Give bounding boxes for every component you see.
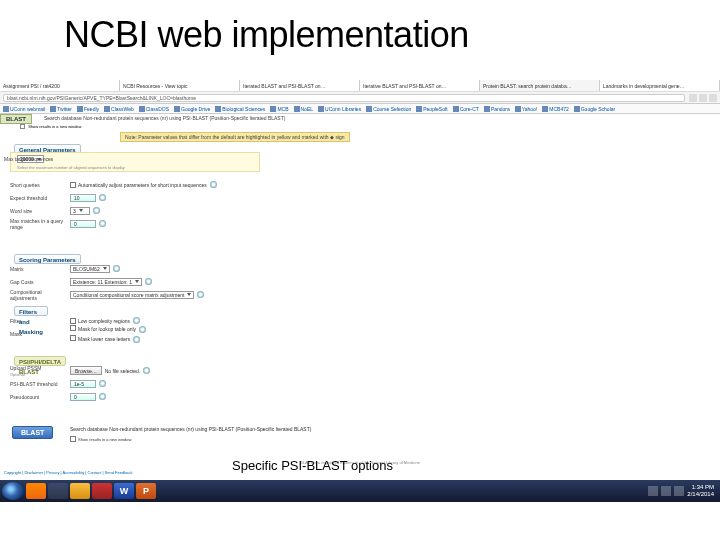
bookmark-item[interactable]: Google Drive xyxy=(174,106,210,112)
bookmark-item[interactable]: Course Selection xyxy=(366,106,411,112)
taskbar-word-icon[interactable]: W xyxy=(114,483,134,499)
bookmark-label: ClassDOS xyxy=(146,106,169,112)
tray-network-icon[interactable] xyxy=(661,486,671,496)
browser-tab[interactable]: Iterated BLAST and PSI-BLAST on… xyxy=(240,80,360,91)
menu-icon[interactable] xyxy=(709,94,717,102)
pseudocount-input[interactable]: 0 xyxy=(70,393,96,401)
url-bar: blast.ncbi.nlm.nih.gov/PSIGeneric/APVE_T… xyxy=(0,92,720,104)
help-icon[interactable]: ? xyxy=(99,220,106,227)
matrix-select[interactable]: BLOSUM62 xyxy=(70,265,110,273)
bookmark-icon[interactable] xyxy=(699,94,707,102)
bookmark-item[interactable]: MCB xyxy=(270,106,288,112)
taskbar-outlook-icon[interactable] xyxy=(70,483,90,499)
tray-flag-icon[interactable] xyxy=(648,486,658,496)
bookmark-label: Biological Sciences xyxy=(222,106,265,112)
browser-tab[interactable]: Iterative BLAST and PSI-BLAST on… xyxy=(360,80,480,91)
help-icon[interactable]: ? xyxy=(99,393,106,400)
help-icon[interactable]: ? xyxy=(139,326,146,333)
bookmark-item[interactable]: PeopleSoft xyxy=(416,106,447,112)
bookmark-item[interactable]: Pandora xyxy=(484,106,510,112)
show-new-checkbox[interactable] xyxy=(20,124,25,129)
bookmark-label: Google Scholar xyxy=(581,106,615,112)
help-icon[interactable]: ? xyxy=(99,194,106,201)
short-queries-checkbox[interactable] xyxy=(70,182,76,188)
bookmark-icon xyxy=(453,106,459,112)
taskbar-firefox-icon[interactable] xyxy=(26,483,46,499)
bookmark-icon xyxy=(318,106,324,112)
gap-select[interactable]: Existence: 11 Extension: 1 xyxy=(70,278,142,286)
taskbar-explorer-icon[interactable] xyxy=(48,483,68,499)
comp-select[interactable]: Conditional compositional score matrix a… xyxy=(70,291,194,299)
expect-input[interactable]: 10 xyxy=(70,194,96,202)
browser-tab[interactable]: NCBI Resources - View topic xyxy=(120,80,240,91)
upload-pssm-label: Upload PSSM Optional xyxy=(10,365,70,377)
tab-label: Protein BLAST: search protein databa… xyxy=(483,83,596,89)
mask-lookup-checkbox[interactable] xyxy=(70,325,76,331)
help-icon[interactable]: ? xyxy=(133,317,140,324)
browser-tab-active[interactable]: Protein BLAST: search protein databa… xyxy=(480,80,600,91)
upload-pssm-optional: Optional xyxy=(10,372,25,377)
psi-threshold-input[interactable]: 1e-5 xyxy=(70,380,96,388)
help-icon[interactable]: ? xyxy=(210,181,217,188)
run-show-new-checkbox[interactable] xyxy=(70,436,76,442)
low-complexity-checkbox[interactable] xyxy=(70,318,76,324)
bookmark-icon xyxy=(50,106,56,112)
bookmark-item[interactable]: ClassWeb xyxy=(104,106,134,112)
tab-label: Iterative BLAST and PSI-BLAST on… xyxy=(363,83,476,89)
bookmark-label: Yahoo! xyxy=(522,106,537,112)
blast-description: Search database Non-redundant protein se… xyxy=(44,115,285,121)
bookmark-label: Pandora xyxy=(491,106,510,112)
bookmark-item[interactable]: UConn Libraries xyxy=(318,106,361,112)
mask-lower-text: Mask lower case letters xyxy=(78,336,130,342)
bookmark-item[interactable]: Biological Sciences xyxy=(215,106,265,112)
taskbar-reader-icon[interactable] xyxy=(92,483,112,499)
system-tray: 1:34 PM 2/14/2014 xyxy=(648,480,718,502)
help-icon[interactable]: ? xyxy=(197,291,204,298)
tray-volume-icon[interactable] xyxy=(674,486,684,496)
browser-tab[interactable]: Landmarks in developmental gene… xyxy=(600,80,720,91)
bookmark-item[interactable]: Feedly xyxy=(77,106,99,112)
matrix-label: Matrix xyxy=(10,266,70,272)
help-icon[interactable]: ? xyxy=(133,336,140,343)
expect-label: Expect threshold xyxy=(10,195,70,201)
bookmark-item[interactable]: NoEL xyxy=(294,106,314,112)
mask-lower-checkbox[interactable] xyxy=(70,335,76,341)
tab-label: Landmarks in developmental gene… xyxy=(603,83,716,89)
browser-screenshot: Assignment PSI / rat4200 NCBI Resources … xyxy=(0,80,720,480)
psi-threshold-label: PSI-BLAST threshold xyxy=(10,381,70,387)
help-icon[interactable]: ? xyxy=(145,278,152,285)
bookmark-icon xyxy=(270,106,276,112)
bookmark-label: Course Selection xyxy=(373,106,411,112)
bookmark-icon xyxy=(366,106,372,112)
bookmark-item[interactable]: Core-CT xyxy=(453,106,479,112)
bookmark-item[interactable]: UConn webmail xyxy=(3,106,45,112)
warning-row: Note: Parameter values that differ from … xyxy=(0,132,720,142)
slide: NCBI web implementation Assignment PSI /… xyxy=(0,0,720,540)
word-select[interactable]: 3 xyxy=(70,207,90,215)
help-icon[interactable]: ? xyxy=(93,207,100,214)
blast-button[interactable]: BLAST xyxy=(12,426,53,439)
reload-icon[interactable] xyxy=(689,94,697,102)
bookmark-item[interactable]: Twitter xyxy=(50,106,72,112)
url-field[interactable]: blast.ncbi.nlm.nih.gov/PSIGeneric/APVE_T… xyxy=(3,94,685,102)
bookmark-item[interactable]: ClassDOS xyxy=(139,106,169,112)
help-icon[interactable]: ? xyxy=(99,380,106,387)
taskbar-powerpoint-icon[interactable]: P xyxy=(136,483,156,499)
bookmark-label: MCB472 xyxy=(549,106,568,112)
maxmatch-input[interactable]: 0 xyxy=(70,220,96,228)
ncbi-footer-links[interactable]: Copyright | Disclaimer | Privacy | Acces… xyxy=(4,470,133,475)
bookmark-item[interactable]: Google Scholar xyxy=(574,106,615,112)
bookmark-label: NoEL xyxy=(301,106,314,112)
help-icon[interactable]: ? xyxy=(113,265,120,272)
browser-tab[interactable]: Assignment PSI / rat4200 xyxy=(0,80,120,91)
tray-clock[interactable]: 1:34 PM 2/14/2014 xyxy=(687,484,714,498)
browse-button[interactable]: Browse… xyxy=(70,366,102,375)
bookmark-item[interactable]: MCB472 xyxy=(542,106,568,112)
help-icon[interactable]: ? xyxy=(143,367,150,374)
start-button[interactable] xyxy=(2,482,24,500)
bookmark-icon xyxy=(174,106,180,112)
general-rows: 20000 Select the maximum number of align… xyxy=(10,152,710,230)
bookmark-item[interactable]: Yahoo! xyxy=(515,106,537,112)
max-target-label: Max target sequences xyxy=(4,156,64,162)
bookmark-label: Feedly xyxy=(84,106,99,112)
